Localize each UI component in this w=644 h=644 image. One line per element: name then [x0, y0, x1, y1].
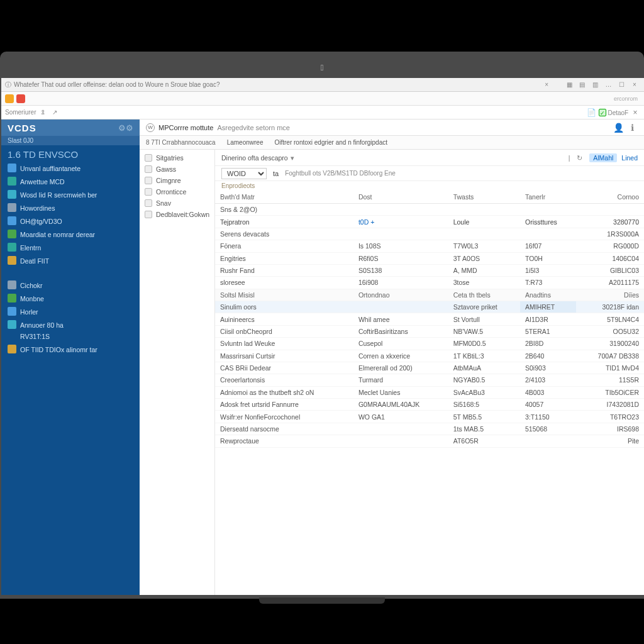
- col-0[interactable]: Bwth'd Matr: [215, 191, 353, 204]
- doc-icon[interactable]: 📄: [587, 108, 597, 117]
- col-3[interactable]: Tanerlr: [520, 191, 576, 204]
- tab-item[interactable]: Lameonwree: [227, 139, 264, 146]
- cell: NGYAB0.5: [448, 374, 520, 386]
- cell: Sns & 2@O): [215, 204, 353, 216]
- sidebar-item[interactable]: RV31T:1S: [1, 332, 140, 343]
- tab-item[interactable]: Oiftrer rontoxi edgrier and n finforgipd…: [274, 139, 387, 146]
- sidebar-item[interactable]: Wosd Iid R sercmwieh ber: [1, 189, 140, 202]
- table-row[interactable]: CAS BRii DedearElmererall od 200)AtbMAuA…: [215, 362, 644, 374]
- sidebar-item[interactable]: Unvanl auffiantanete: [1, 162, 140, 175]
- col-1[interactable]: Dost: [353, 191, 448, 204]
- cell: 31900240: [576, 338, 644, 350]
- user-icon[interactable]: 👤: [613, 123, 625, 133]
- table-row[interactable]: Ciisil onbCheoprdCoftirBasiritizansNB'VA…: [215, 325, 644, 337]
- sidebar-group-1: Unvanl auffiantanete Anwettue MCD Wosd I…: [1, 160, 140, 270]
- table-row[interactable]: sloresee16i9083toseT:R73A2011175: [215, 277, 644, 289]
- subnav-item[interactable]: Snav: [140, 197, 214, 209]
- tool-bar: Someriurer ⇭ ↗ 📄 ✓ DetaoF ×: [1, 106, 644, 119]
- content-area: W MPCorrre mottute Asregedvite setorn mc…: [140, 119, 644, 595]
- cell: 1R3S000A: [576, 228, 644, 240]
- nav-icon: [8, 203, 16, 212]
- cell: SvAcABu3: [448, 386, 520, 398]
- cell: TID1 MvD4: [576, 362, 644, 374]
- app-close-button[interactable]: ×: [629, 81, 640, 88]
- table-row[interactable]: FöneraIs 108ST7W0L316f07RG000D: [215, 240, 644, 252]
- cell: RG000D: [576, 240, 644, 252]
- cell: Pite: [576, 435, 644, 447]
- window-icon[interactable]: ☐: [616, 81, 627, 88]
- bookmark-1-icon[interactable]: [5, 94, 14, 103]
- table-row[interactable]: Wsifr:er NonfieForcochonelWO GA15T MB5.5…: [215, 411, 644, 423]
- table-row[interactable]: Sinulim oorsSztavore priketAMIHRET30218F…: [215, 301, 644, 313]
- module-select[interactable]: WOID: [221, 168, 267, 179]
- sidebar-item[interactable]: Moardiat e nomrar derear: [1, 228, 140, 242]
- cell: NB'VAW.5: [448, 325, 520, 337]
- col-4[interactable]: Cornoo: [576, 191, 644, 204]
- help-icon[interactable]: ℹ: [626, 123, 638, 133]
- sidebar-item[interactable]: Monbne: [1, 292, 140, 306]
- table-row[interactable]: Tejpratront0D +LouleOrissttures3280770: [215, 216, 644, 228]
- refresh-icon[interactable]: ↻: [577, 154, 582, 162]
- sidebar-item[interactable]: Annuoer 80 ha: [1, 319, 140, 332]
- cell: Is 108S: [353, 240, 448, 252]
- table-row[interactable]: Rushr FandS0S138A, MMD1i5l3GIBLIC03: [215, 264, 644, 276]
- link-b[interactable]: Lined: [621, 154, 638, 162]
- sidebar-item[interactable]: Deatl FIIT: [1, 255, 140, 268]
- close-icon[interactable]: ×: [630, 108, 640, 117]
- subnav-item[interactable]: Gawss: [140, 164, 214, 175]
- list-icon[interactable]: ▤: [577, 81, 588, 88]
- cell: Rushr Fand: [215, 264, 353, 276]
- table-row[interactable]: Dierseatd narsocme1ts MAB.5515068IRS698: [215, 423, 644, 435]
- cell: Sinulim oors: [215, 301, 353, 313]
- table-row[interactable]: RewproctaueAT6O5RPite: [215, 435, 644, 447]
- sidebar-item[interactable]: OF TIID TDIOx alinomr tar: [1, 343, 140, 357]
- table-row[interactable]: EngitriesR6fi0S3T A0OSTO0H1406C04: [215, 252, 644, 264]
- cell: 515068: [520, 423, 576, 435]
- bookmark-2-icon[interactable]: [16, 94, 25, 103]
- chevron-down-icon: ▾: [291, 154, 294, 162]
- filter-dropdown[interactable]: Dinerino ofta descapro▾: [221, 154, 294, 162]
- gear-icon[interactable]: ⚙⚙: [118, 123, 133, 133]
- subnav-item[interactable]: Cimgnre: [140, 175, 214, 186]
- export-icon[interactable]: ⇭: [38, 109, 48, 116]
- table-row[interactable]: AuinineercsWhil ameeSt VortullAI1D3R5T9L…: [215, 313, 644, 325]
- cell: S0i903: [520, 362, 576, 374]
- cell: 16i908: [353, 277, 448, 289]
- cell: 3tose: [448, 277, 520, 289]
- more-icon[interactable]: …: [602, 81, 614, 88]
- share-icon[interactable]: ↗: [50, 109, 60, 116]
- sidebar-item[interactable]: Anwettue MCD: [1, 175, 140, 189]
- subnav-item[interactable]: Orronticce: [140, 186, 214, 197]
- sidebar-item[interactable]: OH@tg/VD3O: [1, 215, 140, 228]
- sidebar-item[interactable]: Elentrn: [1, 242, 140, 255]
- cell: 5TERA1: [520, 325, 576, 337]
- cell: Svluntn lad Weuke: [215, 338, 353, 350]
- check-icon[interactable]: ✓: [599, 109, 606, 116]
- table-row[interactable]: Adniomoi as the thutbeft sh2 oNMeclet Ua…: [215, 386, 644, 398]
- col-2[interactable]: Twasts: [448, 191, 520, 204]
- breadcrumb-bar: W MPCorrre mottute Asregedvite setorn mc…: [140, 119, 644, 136]
- sidebar-item[interactable]: Cichokr: [1, 279, 140, 292]
- cell: T6TRO23: [576, 411, 644, 423]
- table-row[interactable]: Adosk fret urtsrid FannurreG0MRAAUML40AJ…: [215, 399, 644, 411]
- tab-title: Whatefer That oud orller offeinse: delan…: [14, 81, 542, 88]
- cell: Adosk fret urtsrid Fannurre: [215, 399, 353, 411]
- table-row[interactable]: Massrirsani CurtsirCorren a xkxerice1T K…: [215, 350, 644, 362]
- tab-close-button[interactable]: ×: [542, 81, 551, 88]
- link-a[interactable]: AlMahl: [589, 153, 617, 162]
- cell: 5T MB5.5: [448, 411, 520, 423]
- table-row[interactable]: CreoerlartonsisTurmardNGYAB0.52/410311S5…: [215, 374, 644, 386]
- grid-icon[interactable]: ▦: [564, 81, 575, 88]
- cell: Loule: [448, 216, 520, 228]
- table-row[interactable]: Svluntn lad WeukeCusepolMFM0D0.52BI8D319…: [215, 338, 644, 350]
- subnav-item[interactable]: Sitgatries: [140, 152, 214, 164]
- cell: Creoerlartonsis: [215, 374, 353, 386]
- sidebar-item[interactable]: Horler: [1, 306, 140, 319]
- nav-icon: [8, 280, 16, 289]
- table-row[interactable]: Sns & 2@O): [215, 204, 644, 216]
- subnav-item[interactable]: Dedblaveit:Gokwn: [140, 209, 214, 220]
- cell: 2B640: [520, 350, 576, 362]
- panel-icon[interactable]: ▥: [590, 81, 601, 88]
- sidebar-item[interactable]: Howordines: [1, 202, 140, 215]
- table-row[interactable]: Serens devacats1R3S000A: [215, 228, 644, 240]
